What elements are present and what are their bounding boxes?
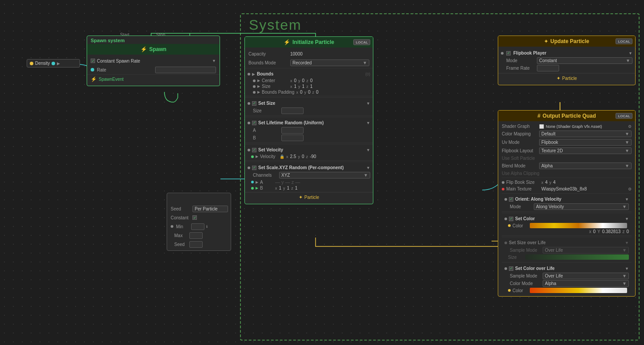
orient-cb[interactable]: ✓ <box>509 197 513 202</box>
init-body: Capacity 10000 Bounds Mode Recorded ▼ ▶ … <box>245 48 373 204</box>
min-port <box>171 225 173 228</box>
cx-lbl: x <box>589 229 591 234</box>
set-lifetime-header[interactable]: ✓ Set Lifetime Random (Uniform) ▼ <box>248 119 370 127</box>
mode-dropdown[interactable]: Constant ▼ <box>537 57 632 64</box>
output-quad-node: # Output Particle Quad LOCAL Shader Grap… <box>498 110 636 297</box>
cml-dropdown[interactable]: Alpha ▼ <box>543 280 629 287</box>
uv-dropdown[interactable]: Flipbook ▼ <box>539 139 632 146</box>
vel-sub-port <box>251 155 254 158</box>
constant-cb[interactable]: ✓ <box>192 215 197 220</box>
flipbook-layout-row: Flipbook Layout Texture 2D ▼ <box>502 147 632 155</box>
frame-rate-input[interactable]: 25 <box>537 65 559 71</box>
set-color-header[interactable]: ✓ Set Color ▼ <box>504 215 629 222</box>
update-particle-footer: Particle <box>562 76 577 81</box>
spawn-event-label: SpawnEvent <box>99 77 124 82</box>
min-arrow: ℹ <box>206 225 208 229</box>
bpz-label: z <box>312 90 315 95</box>
scale-chevron: ▼ <box>366 166 370 170</box>
max-label: Max <box>171 233 188 238</box>
b2x-val: 1 <box>279 186 282 190</box>
a-val-input[interactable]: 10 <box>281 127 304 134</box>
constant-spawn-cb[interactable]: ✓ <box>91 59 95 63</box>
vel-icon: 🔒 <box>280 155 284 159</box>
color-life-header[interactable]: ✓ Set Color over Life ▼ <box>504 265 629 272</box>
bounds-mode-dropdown[interactable]: Recorded ▼ <box>290 59 369 66</box>
cy-v: 0.382813 <box>602 229 621 234</box>
vx-val: 2.5 <box>290 154 296 159</box>
cl-cb[interactable]: ✓ <box>509 266 513 271</box>
sm-dropdown[interactable]: Over Life ▼ <box>543 247 629 254</box>
cy-lbl: Y <box>597 229 600 234</box>
size-label-bounds: Size <box>262 84 288 89</box>
update-star-footer: ✦ <box>556 75 560 81</box>
spawn-header: ⚡ Spawn <box>87 44 220 55</box>
color-mapping-row: Color Mapping Default ▼ <box>502 130 632 138</box>
max-input[interactable]: 6 <box>189 232 203 239</box>
set-size-header[interactable]: ✓ Set Size ▼ <box>248 99 370 107</box>
rate-input[interactable]: 10000 <box>155 67 216 73</box>
color-life-section: ✓ Set Color over Life ▼ Sample Mode Over… <box>502 264 632 294</box>
b-val-input[interactable]: 15 <box>281 135 304 141</box>
scale-port <box>248 167 250 169</box>
density-node[interactable]: Density ▶ <box>27 59 80 67</box>
density-port-left <box>30 62 33 65</box>
sm2-dropdown[interactable]: Over Life ▼ <box>543 273 629 279</box>
constant-label: Constant <box>171 215 191 220</box>
bounds-pad-port <box>253 91 256 94</box>
channels-dropdown[interactable]: XYZ ▼ <box>279 172 370 178</box>
cy-label: y <box>298 79 300 83</box>
init-title: Initialize Particle <box>292 39 334 45</box>
scale-cb[interactable]: ✓ <box>252 166 256 170</box>
init-particle-node: ⚡ Initialize Particle LOCAL Capacity 100… <box>244 36 373 204</box>
sl-label: Set Size over Life <box>509 240 623 245</box>
om-dropdown[interactable]: Along Velocity ▼ <box>534 203 629 210</box>
set-size-cb[interactable]: ✓ <box>252 101 256 106</box>
velocity-val-row: ▶ Velocity 🔒 x 2.5 y 0 z -90 <box>248 154 370 159</box>
constant-spawn-row[interactable]: ✓ Constant Spawn Rate ▼ <box>87 56 220 65</box>
mode-label: Mode <box>506 58 535 63</box>
orient-header[interactable]: ✓ Orient: Along Velocity ▼ <box>504 195 629 203</box>
output-body: Shader Graph ⬜ None (Shader Graph Vfx As… <box>498 121 635 296</box>
size-val-input[interactable]: 10 <box>281 107 304 114</box>
c2-label: Color <box>512 288 528 293</box>
sz-label: z <box>306 84 308 89</box>
bounds-mode-label: Bounds Mode <box>248 60 288 65</box>
cm-dropdown[interactable]: Default ▼ <box>539 131 632 137</box>
orient-chevron: ▼ <box>625 197 629 202</box>
bm-dropdown[interactable]: Alpha ▼ <box>539 163 632 169</box>
set-size-section: ✓ Set Size ▼ Size 10 <box>245 99 373 116</box>
mt-settings[interactable]: ⚙ <box>628 187 632 191</box>
sc-cb[interactable]: ✓ <box>509 217 513 221</box>
flipbook-cb[interactable]: ✓ <box>506 51 511 56</box>
size-life-header[interactable]: Set Size over Life ▼ <box>504 239 629 246</box>
cx-val: 0 <box>294 78 297 83</box>
center-label: Center <box>262 78 288 83</box>
bounds-section-header[interactable]: ▶ Bounds (0) <box>248 70 370 78</box>
spawn-event-icon: ⚡ <box>91 76 97 82</box>
channels-label: Channels <box>253 173 277 178</box>
cy-val: 0 <box>302 78 305 83</box>
lifetime-cb[interactable]: ✓ <box>252 121 256 125</box>
seed-dropdown[interactable]: Per Particle <box>192 206 228 212</box>
max-row: Max 6 <box>167 231 231 240</box>
sm2-val: Over Life <box>545 274 563 278</box>
set-scale-header[interactable]: ✓ Set Scale.XYZ Random (Per-component) ▼ <box>248 164 370 171</box>
sv-cb[interactable]: ✓ <box>252 148 256 152</box>
seed-val-input[interactable]: 0 <box>189 241 203 248</box>
vel-sub-label: Velocity <box>260 154 278 159</box>
vy-label: y <box>298 155 300 159</box>
flipbook-header[interactable]: ✓ Flipbook Player ▼ <box>501 49 632 57</box>
blend-mode-row: Blend Mode Alpha ▼ <box>502 162 632 170</box>
size-collapse: ▶ <box>257 84 260 88</box>
vz-val: -90 <box>310 154 316 159</box>
init-particle-footer: Particle <box>304 195 319 200</box>
fl-dropdown[interactable]: Texture 2D ▼ <box>539 147 632 154</box>
output-hash-icon: # <box>537 113 540 119</box>
b2-collapse: ▶ <box>256 186 258 190</box>
sg-settings[interactable]: ⚙ <box>628 124 632 129</box>
fl-val: Texture 2D <box>541 148 563 153</box>
set-velocity-header[interactable]: ✓ Set Velocity ▼ <box>248 146 370 154</box>
min-input[interactable]: 1 <box>191 223 204 230</box>
sc-port <box>504 218 507 220</box>
init-badge: LOCAL <box>353 40 370 45</box>
